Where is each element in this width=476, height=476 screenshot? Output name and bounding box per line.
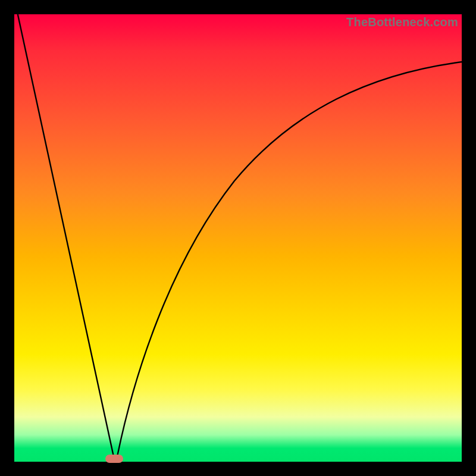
bottleneck-curve: [14, 14, 462, 462]
curve-path: [18, 15, 462, 459]
chart-plot-area: TheBottleneck.com: [14, 14, 462, 462]
attribution-label: TheBottleneck.com: [346, 15, 458, 29]
pinch-marker: [105, 455, 123, 463]
